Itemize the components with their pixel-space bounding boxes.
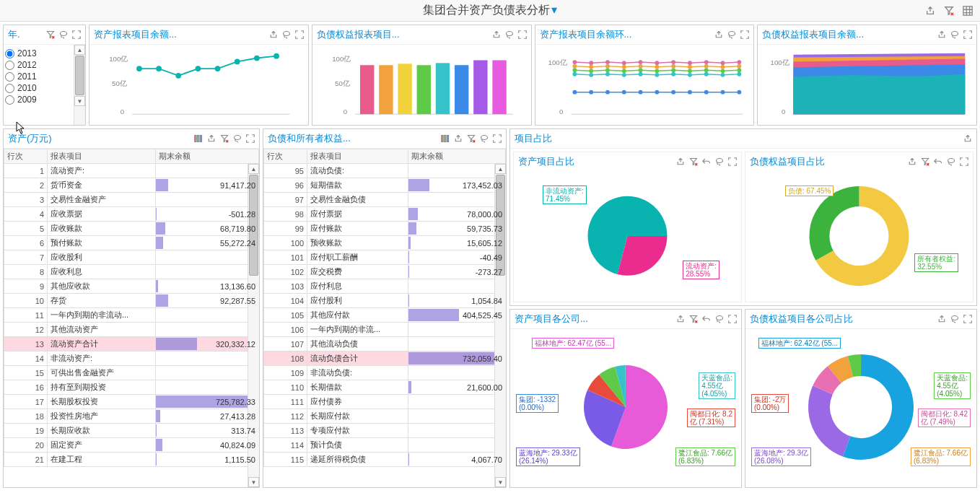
table-row[interactable]: 98应付票据78,000.00 (264, 207, 506, 222)
bar-chart[interactable]: 100亿 50亿 0 (312, 45, 531, 121)
col-balance[interactable]: 期末余额 (156, 149, 259, 164)
table-row[interactable]: 108流动负债合计732,059.40 (264, 351, 506, 366)
table-row[interactable]: 104应付股利1,054.84 (264, 294, 506, 308)
scroll-down-icon[interactable]: ▼ (74, 96, 85, 106)
clear-filter-icon[interactable] (921, 157, 929, 166)
scroll-up-icon[interactable]: ▲ (495, 164, 506, 174)
table-row[interactable]: 115递延所得税负债4,067.70 (264, 453, 506, 467)
table-row[interactable]: 13流动资产合计320,332.12 (4, 337, 259, 351)
table-row[interactable]: 113专项应付款 (264, 424, 506, 438)
col-rownum[interactable]: 行次 (264, 149, 307, 164)
table-row[interactable]: 109非流动负债: (264, 366, 506, 380)
table-row[interactable]: 21在建工程1,115.50 (4, 453, 259, 467)
table-row[interactable]: 99应付账款59,735.73 (264, 222, 506, 236)
table-row[interactable]: 112长期应付款 (264, 409, 506, 424)
col-item[interactable]: 报表项目 (48, 149, 156, 164)
columns-icon[interactable] (194, 134, 203, 143)
expand-icon[interactable] (518, 30, 527, 39)
export-icon[interactable] (492, 30, 501, 39)
multi-line-chart[interactable]: 100亿 0 (535, 45, 754, 121)
clear-filter-icon[interactable] (689, 315, 698, 323)
expand-icon[interactable] (728, 315, 737, 323)
expand-icon[interactable] (493, 134, 502, 143)
table-row[interactable]: 102应交税费-273.27 (264, 265, 506, 279)
col-balance[interactable]: 期末余额 (408, 149, 506, 164)
export-icon[interactable] (714, 30, 723, 39)
export-icon[interactable] (269, 30, 278, 39)
col-rownum[interactable]: 行次 (4, 149, 48, 164)
export-icon[interactable] (454, 134, 463, 143)
lasso-icon[interactable] (715, 157, 724, 166)
undo-icon[interactable] (702, 157, 711, 166)
table-row[interactable]: 7应收股利 (4, 250, 259, 265)
liab-company-pie[interactable]: 福林地产: 62.42亿 (55... 天蓝食品:4.55亿(4.05%) 集团… (745, 329, 976, 481)
export-icon[interactable] (676, 315, 685, 323)
table-row[interactable]: 20固定资产40,824.09 (4, 438, 259, 453)
expand-icon[interactable] (246, 134, 255, 143)
clear-filter-icon[interactable] (689, 157, 698, 166)
lasso-icon[interactable] (505, 30, 514, 39)
table-row[interactable]: 97交易性金融负债 (264, 193, 506, 207)
year-option[interactable]: 2009 (5, 94, 84, 105)
table-row[interactable]: 2货币资金91,417.20 (4, 178, 259, 193)
scroll-up-icon[interactable]: ▲ (74, 45, 85, 55)
table-row[interactable]: 18投资性房地产27,413.28 (4, 409, 259, 424)
clear-filter-icon[interactable] (46, 30, 55, 39)
table-row[interactable]: 100预收账款15,605.12 (264, 236, 506, 250)
lasso-icon[interactable] (950, 30, 959, 39)
expand-icon[interactable] (740, 30, 749, 39)
export-icon[interactable] (963, 134, 972, 143)
columns-icon[interactable] (441, 134, 450, 143)
table-row[interactable]: 14非流动资产: (4, 351, 259, 366)
export-icon[interactable] (925, 6, 935, 16)
undo-icon[interactable] (934, 157, 942, 166)
table-row[interactable]: 16持有至到期投资 (4, 380, 259, 395)
lasso-icon[interactable] (727, 30, 736, 39)
table-row[interactable]: 3交易性金融资产 (4, 193, 259, 207)
grid-icon[interactable] (963, 6, 973, 16)
table-row[interactable]: 4应收票据-501.28 (4, 207, 259, 222)
clear-filter-icon[interactable] (944, 6, 954, 16)
year-option[interactable]: 2013 (5, 48, 84, 59)
table-row[interactable]: 11一年内到期的非流动... (4, 308, 259, 323)
table-row[interactable]: 101应付职工薪酬-40.49 (264, 250, 506, 265)
year-option[interactable]: 2012 (5, 59, 84, 71)
asset-company-pie[interactable]: 福林地产: 62.47亿 (55... 天蓝食品:4.55亿(4.05%) 集团… (510, 329, 741, 481)
scroll-down-icon[interactable]: ▼ (495, 477, 506, 487)
liab-table[interactable]: 行次 报表项目 期末余额 95流动负债:96短期借款173,452.0397交易… (263, 149, 506, 487)
expand-icon[interactable] (72, 30, 81, 39)
table-row[interactable]: 114预计负债 (264, 438, 506, 453)
liab-ratio-pie[interactable]: 负债: 67.45% 所有者权益:32.55% (745, 171, 973, 294)
export-icon[interactable] (207, 134, 216, 143)
scroll-down-icon[interactable]: ▼ (248, 477, 259, 487)
table-row[interactable]: 105其他应付款404,525.45 (264, 308, 506, 323)
area-chart[interactable]: 100亿 0 (758, 45, 976, 121)
lasso-icon[interactable] (947, 157, 955, 166)
lasso-icon[interactable] (950, 315, 959, 323)
lasso-icon[interactable] (233, 134, 242, 143)
asset-ratio-pie[interactable]: 非流动资产:71.45% 流动资产:28.55% (514, 171, 741, 294)
table-row[interactable]: 106一年内到期的非流... (264, 323, 506, 337)
table-row[interactable]: 5应收账款68,719.80 (4, 222, 259, 236)
table-row[interactable]: 103应付利息 (264, 279, 506, 294)
export-icon[interactable] (908, 157, 916, 166)
table-row[interactable]: 96短期借款173,452.03 (264, 178, 506, 193)
clear-filter-icon[interactable] (467, 134, 476, 143)
lasso-icon[interactable] (715, 315, 724, 323)
lasso-icon[interactable] (282, 30, 291, 39)
lasso-icon[interactable] (59, 30, 68, 39)
table-row[interactable]: 9其他应收款13,136.60 (4, 279, 259, 294)
table-row[interactable]: 110长期借款21,600.00 (264, 380, 506, 395)
asset-table[interactable]: 行次 报表项目 期末余额 1流动资产:2货币资金91,417.203交易性金融资… (4, 149, 259, 487)
clear-filter-icon[interactable] (220, 134, 229, 143)
table-row[interactable]: 17长期股权投资725,782.33 (4, 395, 259, 409)
export-icon[interactable] (937, 315, 946, 323)
undo-icon[interactable] (702, 315, 711, 323)
expand-icon[interactable] (728, 157, 737, 166)
expand-icon[interactable] (963, 315, 972, 323)
table-row[interactable]: 95流动负债: (264, 164, 506, 178)
export-icon[interactable] (937, 30, 946, 39)
year-option[interactable]: 2011 (5, 71, 84, 82)
lasso-icon[interactable] (480, 134, 489, 143)
expand-icon[interactable] (295, 30, 304, 39)
